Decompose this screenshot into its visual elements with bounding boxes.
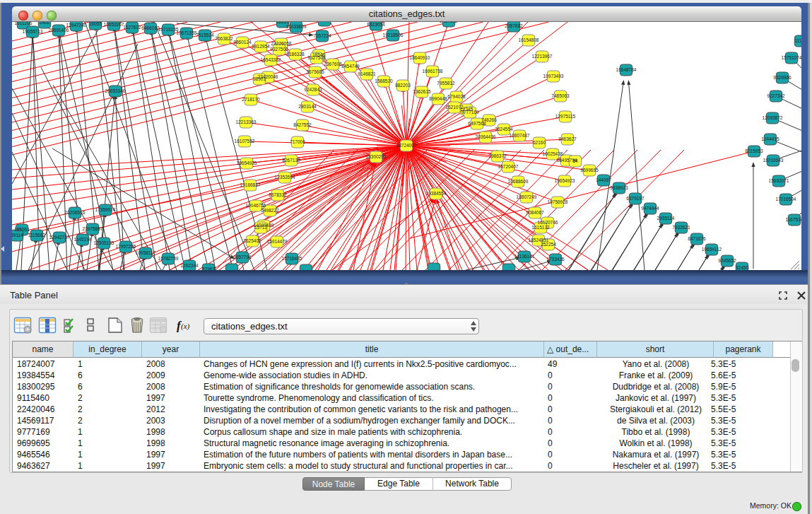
svg-text:16055: 16055 bbox=[89, 22, 102, 26]
svg-text:882203: 882203 bbox=[395, 83, 411, 88]
svg-text:8912954: 8912954 bbox=[252, 44, 270, 49]
svg-text:20364436: 20364436 bbox=[476, 134, 496, 139]
svg-text:23226058: 23226058 bbox=[271, 41, 292, 46]
svg-text:8215953: 8215953 bbox=[745, 148, 763, 153]
svg-text:23975887: 23975887 bbox=[83, 226, 103, 231]
svg-text:12353594: 12353594 bbox=[275, 175, 295, 180]
svg-text:6379197: 6379197 bbox=[626, 196, 645, 201]
svg-text:6794028: 6794028 bbox=[447, 94, 466, 99]
svg-text:10046755: 10046755 bbox=[246, 203, 266, 208]
svg-text:1292344: 1292344 bbox=[180, 263, 199, 268]
svg-text:12975115: 12975115 bbox=[555, 114, 576, 119]
svg-text:3624554: 3624554 bbox=[495, 127, 513, 132]
svg-text:10688609: 10688609 bbox=[508, 179, 529, 184]
svg-text:18300295: 18300295 bbox=[366, 154, 387, 159]
svg-text:9699695: 9699695 bbox=[580, 168, 599, 173]
svg-text:10671355: 10671355 bbox=[177, 30, 197, 35]
svg-text:8427552: 8427552 bbox=[293, 122, 312, 127]
svg-text:98901: 98901 bbox=[253, 76, 266, 81]
svg-text:12505135: 12505135 bbox=[94, 240, 114, 245]
svg-text:16782759: 16782759 bbox=[158, 256, 179, 261]
svg-text:252254: 252254 bbox=[541, 242, 556, 247]
svg-text:7485063: 7485063 bbox=[551, 93, 570, 98]
svg-text:84: 84 bbox=[572, 158, 578, 163]
svg-text:9860124: 9860124 bbox=[233, 40, 252, 45]
svg-text:18807249: 18807249 bbox=[517, 194, 537, 199]
svg-text:16120746: 16120746 bbox=[538, 220, 558, 225]
svg-text:7357224: 7357224 bbox=[313, 33, 331, 38]
svg-text:1115682: 1115682 bbox=[28, 233, 46, 238]
svg-text:1362615: 1362615 bbox=[413, 89, 431, 94]
svg-text:10025438: 10025438 bbox=[543, 151, 563, 156]
svg-text:9329966: 9329966 bbox=[773, 75, 792, 80]
svg-text:2367608: 2367608 bbox=[324, 62, 342, 66]
svg-text:1527602: 1527602 bbox=[123, 25, 141, 30]
svg-text:1244415: 1244415 bbox=[761, 136, 779, 141]
svg-text:(x): (x) bbox=[181, 322, 190, 331]
svg-text:19166827: 19166827 bbox=[240, 182, 261, 187]
svg-text:2935114: 2935114 bbox=[657, 216, 675, 221]
svg-text:8267130: 8267130 bbox=[282, 158, 300, 163]
svg-text:10807487: 10807487 bbox=[510, 133, 530, 138]
svg-text:9777169: 9777169 bbox=[461, 110, 479, 115]
svg-text:15692071: 15692071 bbox=[769, 178, 789, 183]
svg-text:8813054: 8813054 bbox=[367, 22, 385, 27]
svg-text:8471676: 8471676 bbox=[688, 236, 706, 241]
svg-text:9327508: 9327508 bbox=[307, 55, 326, 60]
svg-text:2437182: 2437182 bbox=[440, 22, 458, 23]
svg-text:2087682: 2087682 bbox=[505, 23, 523, 28]
svg-text:8186328: 8186328 bbox=[286, 52, 305, 57]
svg-text:62160: 62160 bbox=[533, 140, 546, 145]
svg-text:10654112: 10654112 bbox=[702, 247, 722, 252]
svg-text:61304: 61304 bbox=[318, 22, 331, 23]
svg-text:8990448: 8990448 bbox=[429, 96, 447, 101]
svg-text:9327503: 9327503 bbox=[270, 47, 288, 52]
svg-text:19055713: 19055713 bbox=[23, 29, 43, 34]
svg-text:6497568: 6497568 bbox=[468, 121, 486, 126]
svg-text:9084067: 9084067 bbox=[526, 210, 544, 215]
svg-text:10973493: 10973493 bbox=[543, 74, 564, 78]
svg-text:8454749: 8454749 bbox=[341, 64, 360, 69]
svg-text:20691406: 20691406 bbox=[49, 28, 69, 33]
svg-text:12093872: 12093872 bbox=[763, 115, 783, 120]
svg-text:15712: 15712 bbox=[254, 225, 267, 230]
svg-text:10958117: 10958117 bbox=[136, 250, 156, 255]
svg-text:5938923: 5938923 bbox=[610, 185, 628, 190]
svg-text:15720407: 15720407 bbox=[498, 164, 519, 169]
svg-text:2803144: 2803144 bbox=[298, 104, 317, 109]
svg-text:15716485: 15716485 bbox=[282, 256, 302, 261]
svg-text:7625402: 7625402 bbox=[243, 238, 261, 243]
svg-text:92450: 92450 bbox=[736, 265, 748, 270]
svg-text:18640910: 18640910 bbox=[410, 55, 430, 60]
svg-text:717006: 717006 bbox=[290, 139, 305, 144]
svg-text:14136141: 14136141 bbox=[514, 254, 535, 259]
svg-text:19756928: 19756928 bbox=[548, 199, 568, 204]
svg-text:9245652: 9245652 bbox=[718, 258, 736, 263]
svg-text:17957255: 17957255 bbox=[116, 244, 136, 249]
svg-text:16210643: 16210643 bbox=[763, 158, 784, 163]
svg-text:185061: 185061 bbox=[14, 227, 30, 232]
svg-text:7632621: 7632621 bbox=[672, 225, 690, 230]
svg-text:17359924: 17359924 bbox=[95, 207, 116, 212]
svg-text:12213967: 12213967 bbox=[532, 54, 553, 59]
svg-text:2406: 2406 bbox=[40, 22, 50, 25]
svg-text:12947240: 12947240 bbox=[66, 23, 87, 28]
svg-text:3675685: 3675685 bbox=[306, 69, 324, 74]
svg-text:5498222: 5498222 bbox=[261, 208, 279, 213]
svg-text:9146821: 9146821 bbox=[358, 71, 376, 76]
svg-text:19654923: 19654923 bbox=[555, 178, 575, 183]
svg-text:18724007: 18724007 bbox=[396, 143, 417, 148]
svg-text:16648784: 16648784 bbox=[616, 67, 637, 72]
svg-text:1588520: 1588520 bbox=[375, 78, 393, 83]
svg-text:17016504: 17016504 bbox=[776, 197, 796, 201]
svg-text:87963: 87963 bbox=[202, 267, 215, 270]
svg-text:9242843: 9242843 bbox=[304, 87, 322, 92]
svg-text:144097: 144097 bbox=[596, 177, 611, 182]
svg-text:7663822: 7663822 bbox=[215, 36, 233, 41]
svg-text:19218506: 19218506 bbox=[383, 33, 404, 37]
svg-text:9463627: 9463627 bbox=[558, 136, 577, 141]
svg-text:16961758: 16961758 bbox=[423, 69, 443, 74]
svg-text:1733426: 1733426 bbox=[546, 257, 565, 262]
svg-text:16033809: 16033809 bbox=[286, 24, 307, 29]
svg-text:16543382: 16543382 bbox=[261, 57, 281, 62]
